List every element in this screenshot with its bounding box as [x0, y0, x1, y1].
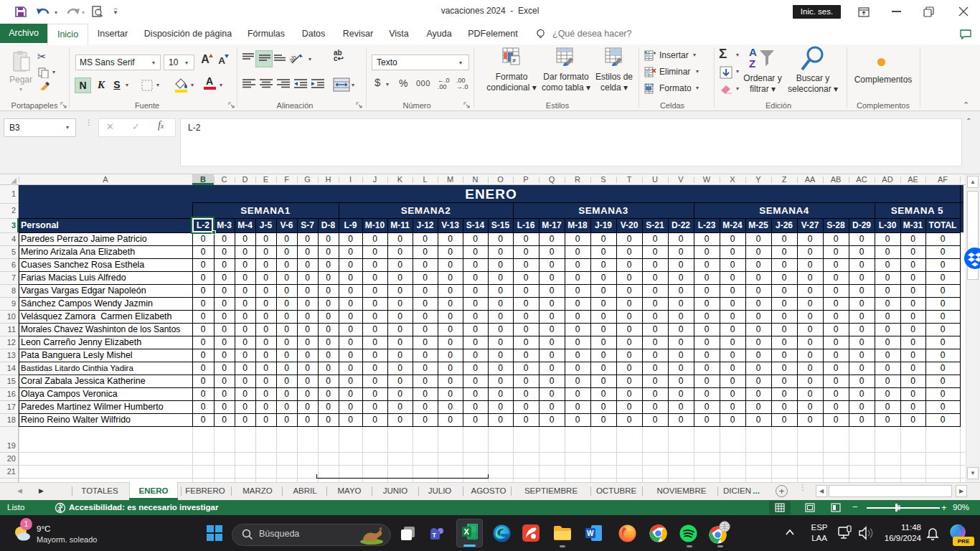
- svg-text:Z: Z: [749, 57, 755, 70]
- svg-text:ab: ab: [290, 54, 298, 64]
- svg-text:A: A: [749, 46, 757, 58]
- svg-text:W: W: [587, 529, 594, 537]
- svg-text:≠: ≠: [512, 57, 517, 65]
- svg-text:T: T: [433, 532, 437, 539]
- svg-text:X: X: [464, 527, 470, 536]
